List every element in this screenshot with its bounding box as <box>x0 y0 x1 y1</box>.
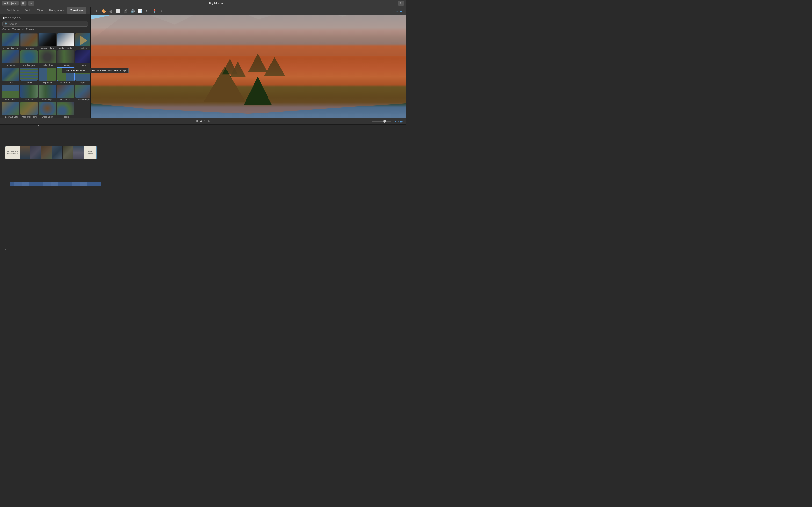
tab-my-media[interactable]: My Media <box>4 7 21 14</box>
window-title: My Movie <box>209 1 223 5</box>
inspector-toolbar: T 🎨 ◎ ⬜ 🎬 🔊 📊 ↻ 📍 ℹ Reset All <box>91 7 406 15</box>
transition-page-curl-right[interactable]: Page Curl Right <box>20 102 38 118</box>
svg-rect-7 <box>91 114 406 118</box>
transition-wipe-right[interactable]: Wipe Right <box>57 68 74 84</box>
transition-fade-to-black[interactable]: Fade to Black <box>39 33 56 50</box>
nav-tabs: My Media Audio Titles Backgrounds Transi… <box>0 7 90 14</box>
projects-button[interactable]: ◀ Projects <box>2 1 19 6</box>
transition-label: Puzzle Left <box>60 99 71 101</box>
transition-label: Circle Open <box>23 64 35 67</box>
transition-label: Wipe Left <box>43 81 52 84</box>
transition-label: Cross Dissolve <box>3 47 18 50</box>
audio-inspector-icon[interactable]: 🔊 <box>130 8 136 14</box>
settings-button[interactable]: Settings <box>394 120 403 123</box>
transition-label: Mosaic <box>26 81 33 84</box>
transition-spin-in[interactable]: Spin In <box>75 33 90 50</box>
transition-cube[interactable]: Cube <box>2 68 19 84</box>
transition-label: Swap <box>82 64 87 67</box>
transition-label: Doorway <box>61 64 70 67</box>
transition-mosaic[interactable]: Mosaic <box>20 68 38 84</box>
transition-cross-blur[interactable]: Cross Blur <box>20 33 38 50</box>
search-input[interactable] <box>9 22 86 25</box>
chart-inspector-icon[interactable]: 📊 <box>137 8 143 14</box>
video-inspector-icon[interactable]: 🎬 <box>122 8 128 14</box>
grid-icon: ⊞ <box>22 2 24 5</box>
audio-track <box>10 182 101 186</box>
search-box[interactable]: 🔍 <box>2 21 88 26</box>
tab-audio[interactable]: Audio <box>21 7 34 14</box>
transition-thumb <box>39 85 56 98</box>
current-theme-label: Current Theme: No Theme <box>0 27 90 32</box>
transition-thumb <box>39 68 56 80</box>
transition-puzzle-right[interactable]: Puzzle Right <box>75 85 90 101</box>
transition-thumb <box>75 85 90 98</box>
transition-wipe-up[interactable]: Wipe Up <box>75 68 90 84</box>
transition-label: Wipe Up <box>80 81 89 84</box>
transition-label: Wipe Down <box>5 99 16 101</box>
transition-thumb <box>39 102 56 115</box>
reset-all-button[interactable]: Reset All <box>393 10 403 12</box>
transition-label: Fade to White <box>59 47 72 50</box>
info-inspector-icon[interactable]: ℹ <box>159 8 164 14</box>
transition-label: Cross Zoom <box>41 116 53 118</box>
tab-transitions[interactable]: Transitions <box>67 7 86 14</box>
zoom-slider-area <box>372 121 391 122</box>
text-inspector-icon[interactable]: T <box>94 8 99 14</box>
transition-circle-close[interactable]: Circle Close <box>39 50 56 67</box>
crop-inspector-icon[interactable]: ⬜ <box>115 8 121 14</box>
titlebar-left: ◀ Projects ⊞ ▼ <box>2 1 34 6</box>
transition-thumb <box>75 33 90 46</box>
transition-thumb <box>2 85 19 98</box>
download-button[interactable]: ▼ <box>28 1 34 6</box>
color-inspector-icon[interactable]: 🎨 <box>101 8 107 14</box>
transition-thumb <box>57 68 74 80</box>
location-inspector-icon[interactable]: 📍 <box>152 8 157 14</box>
transition-wipe-down[interactable]: Wipe Down <box>2 85 19 101</box>
main-clip[interactable]: INTERNATIONALSPACE STATION SPACESTATION <box>5 146 97 159</box>
zoom-slider[interactable] <box>372 121 391 122</box>
transition-label: Page Curl Left <box>4 116 18 118</box>
preview-video <box>91 15 406 118</box>
transition-cross-dissolve[interactable]: Cross Dissolve <box>2 33 19 50</box>
transition-thumb <box>20 33 38 46</box>
preview-frame <box>91 15 406 118</box>
clip-frame <box>63 146 73 159</box>
inspector-tools: T 🎨 ◎ ⬜ 🎬 🔊 📊 ↻ 📍 ℹ <box>94 8 164 14</box>
filmstrip: INTERNATIONALSPACE STATION SPACESTATION <box>5 146 96 159</box>
clip-frame <box>20 146 31 159</box>
clip-frame <box>31 146 41 159</box>
svg-marker-2 <box>91 15 406 114</box>
transition-thumb <box>75 68 90 80</box>
filter-inspector-icon[interactable]: ◎ <box>108 8 114 14</box>
tab-titles[interactable]: Titles <box>34 7 46 14</box>
transition-slide-left[interactable]: Slide Left <box>20 85 38 101</box>
browser-header: Transitions 🔍 <box>0 14 90 27</box>
transition-thumb <box>39 50 56 63</box>
transition-slide-right[interactable]: Slide Right <box>39 85 56 101</box>
transition-thumb <box>57 85 74 98</box>
share-button[interactable]: ⬆ <box>398 1 404 6</box>
transition-swap[interactable]: Swap <box>75 50 90 67</box>
playhead[interactable] <box>38 125 39 253</box>
transition-wipe-left[interactable]: Wipe Left <box>39 68 56 84</box>
clip-frame: SPACESTATION <box>84 146 96 159</box>
transition-ripple[interactable]: Ripple <box>57 102 74 118</box>
transition-fade-to-white[interactable]: Fade to White <box>57 33 74 50</box>
transition-page-curl-left[interactable]: Page Curl Left <box>2 102 19 118</box>
titlebar: ◀ Projects ⊞ ▼ My Movie ⬆ <box>0 0 406 7</box>
tab-backgrounds[interactable]: Backgrounds <box>46 7 67 14</box>
transition-doorway[interactable]: Doorway <box>57 50 74 67</box>
view-toggle-button[interactable]: ⊞ <box>20 1 27 6</box>
speed-inspector-icon[interactable]: ↻ <box>144 8 150 14</box>
zoom-thumb[interactable] <box>383 120 386 123</box>
transition-spin-out[interactable]: Spin Out <box>2 50 19 67</box>
transition-circle-open[interactable]: Circle Open <box>20 50 38 67</box>
transition-thumb <box>57 102 74 115</box>
transition-thumb <box>20 85 38 98</box>
transition-puzzle-left[interactable]: Puzzle Left <box>57 85 74 101</box>
clip-frame: INTERNATIONALSPACE STATION <box>5 146 20 159</box>
timeline-time: 0:24 / 1:06 <box>196 119 210 123</box>
grid-row-1b: Spin Out Circle Open Circle Close Doorwa… <box>2 50 89 67</box>
transition-thumb <box>2 33 19 46</box>
transition-cross-zoom[interactable]: Cross Zoom <box>39 102 56 118</box>
